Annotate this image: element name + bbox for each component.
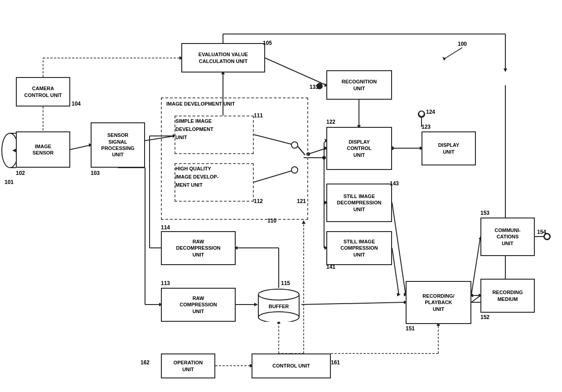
display-control-label: DISPLAY CONTROL UNIT <box>347 139 371 158</box>
label-122: 122 <box>326 119 335 125</box>
display-unit-label: DISPLAY UNIT <box>438 142 460 155</box>
raw-decompression-label: RAW DECOMPRESSION UNIT <box>176 238 221 258</box>
raw-compression-box: RAW COMPRESSION UNIT <box>161 288 236 322</box>
communications-box: COMMUNI- CATIONS UNIT <box>480 218 535 256</box>
label-105: 105 <box>263 40 272 46</box>
svg-line-63 <box>471 237 480 295</box>
label-162: 162 <box>140 359 150 366</box>
recognition-unit-box: RECOGNITION UNIT <box>326 70 392 100</box>
recognition-unit-label: RECOGNITION UNIT <box>342 78 377 92</box>
raw-decompression-box: RAW DECOMPRESSION UNIT <box>161 231 236 265</box>
still-decomp-label: STILL IMAGE DECOMPRESSION UNIT <box>337 193 382 213</box>
label-103: 103 <box>91 170 100 176</box>
high-quality-dev-box: HIGH QUALITY IMAGE DEVELOP- MENT UNIT <box>174 163 254 202</box>
svg-marker-91 <box>442 57 446 61</box>
svg-marker-86 <box>504 68 507 72</box>
label-123: 123 <box>422 124 431 130</box>
svg-point-38 <box>322 156 326 160</box>
sensor-signal-box: SENSOR SIGNAL PROCESSING UNIT <box>91 122 145 168</box>
control-unit-label: CONTROL UNIT <box>272 363 310 369</box>
svg-line-48 <box>392 203 406 295</box>
svg-line-90 <box>444 48 462 59</box>
label-152: 152 <box>480 314 489 320</box>
camera-control-unit-box: CAMERA CONTROL UNIT <box>16 77 70 106</box>
recording-medium-box: RECORDING MEDIUM <box>480 279 535 313</box>
image-sensor-box: IMAGE SENSOR <box>16 131 70 168</box>
operation-unit-label: OPERATION UNIT <box>174 359 203 373</box>
label-161: 161 <box>331 359 340 366</box>
label-110: 110 <box>267 218 276 224</box>
operation-unit-box: OPERATION UNIT <box>161 353 215 378</box>
svg-line-65 <box>471 295 480 302</box>
svg-marker-4 <box>12 149 16 152</box>
display-control-box: DISPLAY CONTROL UNIT <box>326 127 392 170</box>
label-141: 141 <box>326 264 335 270</box>
diagram: CAMERA CONTROL UNIT 104 IMAGE SENSOR 102… <box>0 0 562 392</box>
svg-line-54 <box>301 302 406 305</box>
high-quality-dev-label: HIGH QUALITY IMAGE DEVELOP- MENT UNIT <box>175 166 218 188</box>
buffer-box: BUFFER <box>256 286 301 322</box>
label-124: 124 <box>426 109 435 115</box>
image-dev-outer-label: IMAGE DEVELOPMENT UNIT <box>166 101 235 106</box>
recording-playback-label: RECORDING/ PLAYBACK UNIT <box>422 293 454 312</box>
camera-control-unit-label: CAMERA CONTROL UNIT <box>24 85 62 98</box>
svg-line-7 <box>70 145 91 150</box>
communications-label: COMMUNI- CATIONS UNIT <box>494 227 520 247</box>
label-111: 111 <box>254 112 263 119</box>
eval-value-box: EVALUATION VALUE CALCULATION UNIT <box>181 43 265 73</box>
label-102: 102 <box>16 170 25 176</box>
control-unit-box: CONTROL UNIT <box>252 353 331 378</box>
svg-line-50 <box>392 248 399 295</box>
svg-point-93 <box>258 289 299 300</box>
eval-value-label: EVALUATION VALUE CALCULATION UNIT <box>199 51 248 64</box>
label-100: 100 <box>458 41 467 47</box>
sensor-signal-label: SENSOR SIGNAL PROCESSING UNIT <box>101 132 134 158</box>
connector-124 <box>418 111 425 117</box>
svg-text:BUFFER: BUFFER <box>269 304 289 309</box>
junction-131 <box>316 83 323 89</box>
label-101: 101 <box>5 179 14 185</box>
still-comp-label: STILL IMAGE COMPRESSION UNIT <box>340 238 378 258</box>
still-comp-box: STILL IMAGE COMPRESSION UNIT <box>326 231 392 265</box>
label-151: 151 <box>406 325 415 332</box>
svg-line-29 <box>308 148 326 154</box>
image-sensor-label: IMAGE SENSOR <box>33 143 53 156</box>
label-143: 143 <box>390 180 399 187</box>
label-113: 113 <box>161 280 170 286</box>
label-121: 121 <box>297 198 306 204</box>
label-104: 104 <box>72 101 81 107</box>
simple-image-dev-label: SIMPLE IMAGE DEVELOPMENT UNIT <box>175 118 213 140</box>
display-unit-box: DISPLAY UNIT <box>422 131 476 165</box>
svg-marker-51 <box>397 293 401 296</box>
svg-line-20 <box>265 58 326 85</box>
label-114: 114 <box>161 224 170 231</box>
label-115: 115 <box>281 280 290 286</box>
label-153: 153 <box>480 210 489 216</box>
raw-compression-label: RAW COMPRESSION UNIT <box>179 295 217 315</box>
svg-marker-77 <box>302 220 305 224</box>
label-154: 154 <box>537 229 546 235</box>
recording-medium-label: RECORDING MEDIUM <box>492 289 523 302</box>
label-112: 112 <box>254 198 263 204</box>
svg-point-94 <box>258 312 299 322</box>
still-decomp-box: STILL IMAGE DECOMPRESSION UNIT <box>326 184 392 222</box>
recording-playback-box: RECORDING/ PLAYBACK UNIT <box>406 281 471 324</box>
simple-image-dev-box: SIMPLE IMAGE DEVELOPMENT UNIT <box>174 116 254 154</box>
